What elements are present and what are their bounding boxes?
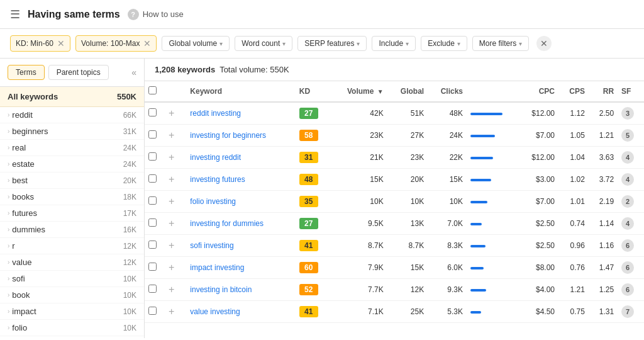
sf-badge: 3 (621, 107, 634, 120)
keyword-link[interactable]: investing futures (190, 175, 245, 184)
sidebar-item[interactable]: › dummies 16K (0, 222, 144, 238)
add-keyword-button[interactable]: + (166, 284, 177, 295)
sidebar-item-count: 10K (123, 307, 136, 316)
row-checkbox[interactable] (148, 196, 157, 205)
sidebar-item-left: › estate (8, 159, 35, 169)
clicks-bar (470, 245, 486, 247)
how-to-link[interactable]: How to use (143, 9, 184, 19)
row-checkbox[interactable] (148, 108, 157, 116)
keyword-link[interactable]: value investing (190, 307, 240, 316)
filter-chip[interactable]: Volume: 100-Max✕ (75, 35, 157, 52)
row-checkbox[interactable] (148, 307, 157, 315)
menu-icon[interactable]: ☰ (10, 8, 20, 21)
sidebar-item[interactable]: › estate 24K (0, 156, 144, 173)
add-keyword-button[interactable]: + (166, 218, 177, 229)
keyword-link[interactable]: investing reddit (190, 153, 241, 162)
col-rr[interactable]: RR (589, 81, 618, 102)
rr-cell: 1.31 (589, 301, 618, 323)
rr-cell: 2.50 (589, 102, 618, 125)
sidebar-item[interactable]: › folio 10K (0, 320, 144, 336)
keyword-link[interactable]: reddit investing (190, 109, 241, 118)
chip-close-icon[interactable]: ✕ (143, 38, 151, 48)
col-cpc[interactable]: CPC (518, 81, 558, 102)
row-checkbox[interactable] (148, 263, 157, 271)
keyword-link[interactable]: investing in bitcoin (190, 285, 252, 294)
row-checkbox[interactable] (148, 285, 157, 293)
rr-cell: 1.25 (589, 279, 618, 301)
clicks-bar (470, 311, 481, 314)
sidebar-collapse-icon[interactable]: « (131, 67, 136, 77)
sidebar-item[interactable]: › real 24K (0, 140, 144, 156)
filter-dropdown[interactable]: SERP features▾ (297, 36, 367, 51)
sidebar-item[interactable]: › futures 17K (0, 205, 144, 222)
col-volume[interactable]: Volume ▼ (330, 81, 387, 102)
row-checkbox[interactable] (148, 152, 157, 161)
clicks-cell: 24K (428, 125, 467, 147)
add-keyword-button[interactable]: + (166, 152, 177, 162)
add-keyword-button[interactable]: + (166, 130, 177, 140)
keyword-link[interactable]: investing for beginners (190, 131, 266, 140)
global-cell: 15K (387, 257, 428, 279)
global-cell: 25K (387, 301, 428, 323)
sidebar-item-count: 10K (123, 291, 136, 300)
add-keyword-button[interactable]: + (166, 108, 177, 118)
keyword-link[interactable]: folio investing (190, 197, 236, 206)
col-sf[interactable]: SF (618, 81, 644, 102)
row-checkbox[interactable] (148, 218, 157, 227)
add-keyword-button[interactable]: + (166, 240, 177, 251)
col-kd[interactable]: KD (296, 81, 330, 102)
col-clicks[interactable]: Clicks (428, 81, 467, 102)
col-global[interactable]: Global (387, 81, 428, 102)
sidebar-item[interactable]: › reddit 66K (0, 107, 144, 123)
sidebar-item[interactable]: › books 18K (0, 189, 144, 205)
sidebar-item[interactable]: › impact 10K (0, 303, 144, 320)
sidebar-item-count: 20K (123, 176, 136, 185)
sidebar-item-left: › sofi (8, 274, 25, 283)
col-cps[interactable]: CPS (558, 81, 589, 102)
select-all-checkbox[interactable] (148, 86, 157, 94)
add-keyword-button[interactable]: + (166, 262, 177, 273)
sidebar-item[interactable]: › r 12K (0, 238, 144, 254)
sidebar-item[interactable]: › cash 9.3K (0, 336, 144, 338)
filter-dropdown[interactable]: Include▾ (372, 36, 416, 51)
sf-badge: 4 (621, 217, 634, 230)
keyword-link[interactable]: impact investing (190, 263, 244, 272)
add-keyword-button[interactable]: + (166, 196, 177, 207)
global-cell: 20K (387, 169, 428, 191)
filter-bar-close-button[interactable]: ✕ (536, 36, 552, 51)
table-row: + investing in bitcoin 52 7.7K 12K 9.3K … (145, 279, 644, 301)
filter-dropdown[interactable]: Exclude▾ (421, 36, 467, 51)
kd-badge: 27 (299, 108, 318, 119)
sidebar-item[interactable]: › best 20K (0, 173, 144, 189)
sidebar-item-count: 16K (123, 225, 136, 234)
filter-dropdown[interactable]: Global volume▾ (162, 36, 230, 51)
chip-close-icon[interactable]: ✕ (57, 38, 65, 48)
help-icon[interactable]: ? (128, 9, 139, 20)
tab-parent-topics[interactable]: Parent topics (48, 65, 109, 80)
volume-cell: 7.7K (330, 279, 387, 301)
sidebar-item[interactable]: › book 10K (0, 287, 144, 303)
filter-chip[interactable]: KD: Min-60✕ (10, 35, 70, 52)
tab-terms[interactable]: Terms (8, 65, 45, 80)
table-row: + investing reddit 31 21K 23K 22K $12.00… (145, 147, 644, 169)
add-keyword-button[interactable]: + (166, 174, 177, 184)
sidebar-item[interactable]: › beginners 31K (0, 123, 144, 140)
add-keyword-button[interactable]: + (166, 306, 177, 317)
dropdown-label: More filters (479, 39, 516, 48)
sidebar-item-count: 10K (123, 275, 136, 283)
sidebar-all-keywords[interactable]: All keywords 550K (0, 87, 144, 107)
row-checkbox[interactable] (148, 241, 157, 249)
row-checkbox[interactable] (148, 130, 157, 139)
filter-dropdown[interactable]: More filters▾ (472, 36, 529, 51)
sidebar-item-left: › book (8, 290, 30, 300)
sidebar-item[interactable]: › value 12K (0, 254, 144, 271)
keyword-link[interactable]: sofi investing (190, 241, 233, 250)
table-row: + reddit investing 27 42K 51K 48K $12.00… (145, 102, 644, 125)
chevron-down-icon: ▾ (219, 40, 223, 47)
chevron-right-icon: › (8, 177, 9, 184)
sidebar: Terms Parent topics « All keywords 550K … (0, 59, 145, 338)
filter-dropdown[interactable]: Word count▾ (235, 36, 292, 51)
sidebar-item[interactable]: › sofi 10K (0, 271, 144, 287)
row-checkbox[interactable] (148, 174, 157, 183)
keyword-link[interactable]: investing for dummies (190, 219, 264, 228)
